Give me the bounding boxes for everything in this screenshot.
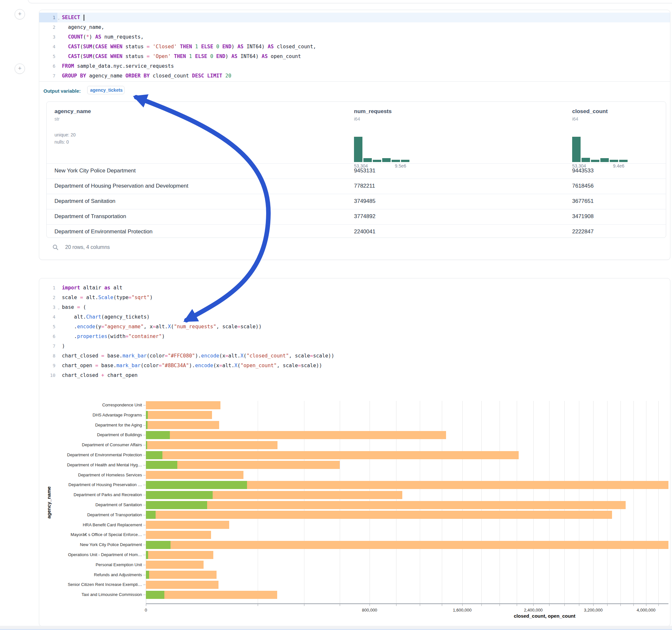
y-axis-tick bbox=[143, 535, 146, 535]
bar-open bbox=[146, 441, 147, 449]
x-axis-tick-label: 2,400,000 bbox=[514, 608, 553, 612]
table-row[interactable]: Department of Environmental Protection22… bbox=[47, 224, 666, 238]
y-axis-label: DHS Advantage Programs bbox=[45, 413, 142, 418]
code-line[interactable]: 5 .encode(y="agency_name", x=alt.X("num_… bbox=[39, 322, 670, 332]
y-axis-tick bbox=[143, 565, 146, 565]
y-axis-label: Operations Unit - Department of Hom… bbox=[45, 552, 142, 557]
y-axis-label: Correspondence Unit bbox=[45, 403, 142, 408]
y-axis-label: Department of Consumer Affairs bbox=[45, 442, 142, 447]
code-text: chart_open = base.mark_bar(color="#8BC34… bbox=[57, 361, 322, 370]
x-axis-tick bbox=[633, 604, 634, 606]
code-line[interactable]: 8chart_closed = base.mark_bar(color="#FF… bbox=[39, 351, 670, 361]
bar-closed bbox=[146, 511, 612, 519]
x-axis-tick-label: 800,000 bbox=[350, 608, 389, 612]
y-axis-label: HRA Benefit Card Replacement bbox=[45, 523, 142, 528]
code-line[interactable]: 9chart_open = base.mark_bar(color="#8BC3… bbox=[39, 361, 670, 370]
bar-closed bbox=[146, 501, 626, 509]
cell-num-requests: 9453131 bbox=[354, 168, 376, 174]
cell-closed-count: 7618456 bbox=[572, 183, 594, 189]
x-axis-tick-label: 3,200,000 bbox=[574, 608, 613, 612]
bar-closed bbox=[146, 421, 219, 429]
chart-gridline bbox=[658, 401, 659, 603]
y-axis-label: Senior Citizen Rent Increase Exempti… bbox=[45, 582, 142, 587]
cell-agency-name: Department of Housing Preservation and D… bbox=[54, 183, 188, 189]
line-number: 3⌄ bbox=[39, 302, 57, 312]
code-line[interactable]: 7) bbox=[39, 341, 670, 351]
table-row[interactable]: New York City Police Department945313194… bbox=[47, 163, 666, 178]
code-line[interactable]: 5 CAST(SUM(CASE WHEN status = 'Open' THE… bbox=[39, 51, 670, 61]
output-variable-pill[interactable]: agency_tickets bbox=[87, 86, 124, 94]
code-text: import altair as alt bbox=[57, 283, 123, 293]
y-axis-label: Department of Environmental Protection bbox=[45, 453, 142, 458]
bar-open bbox=[146, 491, 213, 499]
code-line[interactable]: 2scale = alt.Scale(type="sqrt") bbox=[39, 293, 670, 302]
line-number: 1⌄ bbox=[39, 13, 57, 22]
bar-closed bbox=[146, 401, 220, 409]
column-header-num-requests[interactable]: num_requests i64 bbox=[354, 108, 391, 122]
table-row[interactable]: Department of Transportation377489234719… bbox=[47, 209, 666, 224]
code-line[interactable]: 2 agency_name, bbox=[39, 22, 670, 32]
search-icon[interactable] bbox=[52, 244, 59, 250]
collapse-chevron-icon[interactable]: ⌄ bbox=[58, 14, 59, 23]
y-axis-tick bbox=[143, 545, 146, 545]
line-number: 6 bbox=[39, 332, 57, 341]
bar-open bbox=[146, 461, 177, 469]
bar-open bbox=[146, 541, 170, 549]
code-line[interactable]: 4 alt.Chart(agency_tickets) bbox=[39, 312, 670, 322]
bar-closed bbox=[146, 451, 519, 459]
bar-open bbox=[146, 431, 170, 439]
line-number: 7 bbox=[39, 341, 57, 351]
collapse-chevron-icon[interactable]: ⌄ bbox=[58, 303, 59, 313]
chart-gridline bbox=[633, 401, 634, 603]
add-cell-button-top[interactable]: + bbox=[15, 9, 25, 20]
previous-cell-edge bbox=[28, 0, 672, 3]
python-code-editor[interactable]: 1import altair as alt2scale = alt.Scale(… bbox=[39, 283, 670, 380]
table-row[interactable]: Department of Housing Preservation and D… bbox=[47, 178, 666, 194]
y-axis-tick bbox=[143, 425, 146, 426]
histogram-bar bbox=[619, 160, 628, 162]
code-text: agency_name, bbox=[57, 22, 104, 32]
add-cell-button-output[interactable]: + bbox=[15, 64, 25, 74]
code-text: .properties(width="container") bbox=[57, 332, 165, 341]
histogram-bar bbox=[572, 137, 581, 162]
y-axis-tick bbox=[143, 525, 146, 525]
code-line[interactable]: 7GROUP BY agency_name ORDER BY closed_co… bbox=[39, 71, 670, 81]
code-line[interactable]: 6 .properties(width="container") bbox=[39, 332, 670, 341]
column-type: i64 bbox=[572, 116, 608, 122]
column-header-closed-count[interactable]: closed_count i64 bbox=[572, 108, 608, 122]
column-stat-unique: unique: 20 bbox=[54, 131, 91, 138]
line-number: 3 bbox=[39, 32, 57, 42]
bar-closed bbox=[146, 561, 203, 569]
x-axis-tick bbox=[369, 604, 370, 606]
code-line[interactable]: 1import altair as alt bbox=[39, 283, 670, 293]
code-text: .encode(y="agency_name", x=alt.X("num_re… bbox=[57, 322, 262, 332]
code-text: SELECT bbox=[57, 13, 84, 22]
table-row[interactable]: Department of Sanitation37494853677651 bbox=[47, 194, 666, 209]
column-title: agency_name bbox=[54, 108, 91, 115]
code-text: CAST(SUM(CASE WHEN status = 'Open' THEN … bbox=[57, 51, 301, 61]
code-line[interactable]: 3⌄base = ( bbox=[39, 302, 670, 312]
code-text: base = ( bbox=[57, 302, 86, 312]
code-line[interactable]: 1⌄SELECT bbox=[39, 13, 670, 22]
line-number: 4 bbox=[39, 312, 57, 322]
code-line[interactable]: 4 CAST(SUM(CASE WHEN status = 'Closed' T… bbox=[39, 42, 670, 51]
bar-open bbox=[146, 511, 155, 519]
x-axis-title: closed_count, open_count bbox=[506, 613, 583, 619]
line-number: 5 bbox=[39, 51, 57, 61]
code-line[interactable]: 3 COUNT(*) AS num_requests, bbox=[39, 32, 670, 42]
x-axis-tick-label: 0 bbox=[126, 608, 165, 612]
code-line[interactable]: 6FROM sample_data.nyc.service_requests bbox=[39, 61, 670, 71]
code-line[interactable]: 10chart_closed + chart_open bbox=[39, 370, 670, 380]
code-text: COUNT(*) AS num_requests, bbox=[57, 32, 144, 42]
column-header-agency-name[interactable]: agency_name str unique: 20 nulls: 0 bbox=[54, 108, 91, 146]
bar-closed bbox=[146, 521, 229, 529]
sql-code-editor[interactable]: 1⌄SELECT 2 agency_name,3 COUNT(*) AS num… bbox=[39, 13, 670, 81]
cell-closed-count: 3677651 bbox=[572, 198, 594, 204]
y-axis-label: Department of Housing Preservation … bbox=[45, 482, 142, 487]
x-axis-tick bbox=[533, 604, 534, 606]
notebook-canvas: { "colors":{ "bar_closed":"#FFC080", "ba… bbox=[0, 0, 672, 630]
bar-open bbox=[146, 421, 147, 429]
y-axis-label: New York City Police Department bbox=[45, 542, 142, 547]
bar-chart-plot-area: Correspondence UnitDHS Advantage Program… bbox=[146, 401, 668, 603]
y-axis-tick bbox=[143, 505, 146, 505]
